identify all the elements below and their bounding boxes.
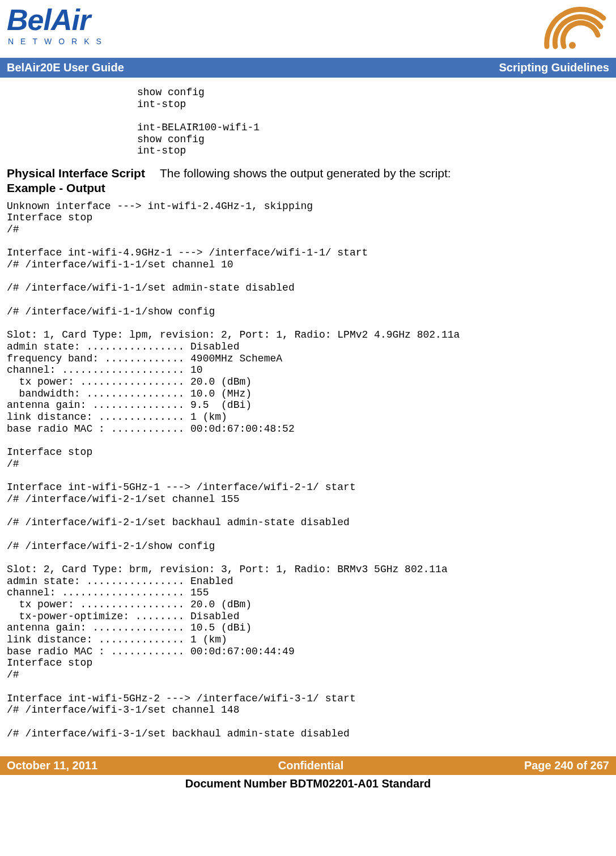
footer-date: October 11, 2011 [7,759,97,772]
footer-bar: October 11, 2011 Confidential Page 240 o… [0,756,616,775]
script-snippet-top: show config int-stop int-BELAIR100-wifi-… [7,87,609,157]
wifi-arcs-icon [536,7,609,52]
section-heading-row: Physical Interface Script Example - Outp… [7,166,609,196]
title-bar: BelAir20E User Guide Scripting Guideline… [0,58,616,78]
section-description: The following shows the output generated… [160,166,451,181]
footer-page: Page 240 of 267 [524,759,609,772]
script-output: Unknown interface ---> int-wifi-2.4GHz-1… [7,201,609,740]
logo: BelAir NETWORKS [7,7,108,46]
section-title: Scripting Guidelines [499,61,609,74]
footer-document-number: Document Number BDTM02201-A01 Standard [7,775,609,795]
logo-sub-text: NETWORKS [8,37,108,46]
svg-point-0 [569,42,576,49]
guide-title: BelAir20E User Guide [7,61,124,74]
page-header: BelAir NETWORKS [7,7,609,52]
footer-classification: Confidential [278,759,344,772]
logo-main-text: BelAir [7,7,108,33]
section-heading: Physical Interface Script Example - Outp… [7,166,160,196]
